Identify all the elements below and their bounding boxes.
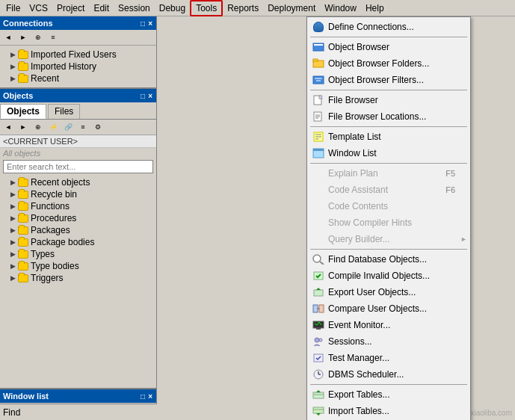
tab-files[interactable]: Files [48, 104, 80, 119]
object-browser-filters-icon [312, 74, 325, 86]
menu-object-browser-filters[interactable]: Object Browser Filters... [307, 72, 470, 88]
menu-edit[interactable]: Edit [89, 1, 114, 15]
tree-label-type-bodies: Type bodies [31, 261, 79, 271]
expand-functions[interactable]: ▶ [10, 203, 18, 210]
search-input[interactable] [3, 160, 153, 173]
menu-debug[interactable]: Debug [155, 1, 190, 15]
objects-icon-2[interactable]: × [147, 92, 153, 100]
expand-triggers[interactable]: ▶ [10, 274, 18, 282]
obj-btn-4[interactable]: ⚡ [46, 121, 60, 133]
expand-procedures[interactable]: ▶ [10, 214, 18, 222]
tree-item-recent[interactable]: ▶ Recent [0, 72, 156, 84]
conn-add-btn[interactable]: ⊕ [31, 31, 45, 43]
menu-query-builder: Query Builder... ► [307, 231, 470, 247]
menu-help[interactable]: Help [361, 1, 389, 15]
sep-1 [310, 37, 467, 37]
svg-rect-1 [314, 44, 323, 46]
obj-btn-6[interactable]: ≡ [76, 121, 90, 133]
folder-icon-triggers [18, 274, 28, 282]
objects-icon-1[interactable]: □ [140, 92, 146, 100]
menu-find-db-objects[interactable]: Find Database Objects... [307, 251, 470, 268]
expand-package-bodies[interactable]: ▶ [10, 238, 18, 246]
menu-window-list[interactable]: Window List [307, 145, 470, 161]
connections-icon-2[interactable]: × [147, 19, 153, 28]
window-list-title: Window list [3, 392, 49, 401]
objects-tab-bar: Objects Files [0, 102, 156, 120]
connections-tree: ▶ Imported Fixed Users ▶ Imported Histor… [0, 46, 156, 87]
tree-item-procedures[interactable]: ▶ Procedures [0, 212, 156, 224]
folder-icon-package-bodies [18, 238, 28, 247]
file-browser-icon [312, 94, 325, 106]
sep-4 [310, 163, 467, 164]
sep-3 [310, 126, 467, 127]
tree-item-packages[interactable]: ▶ Packages [0, 224, 156, 236]
expand-type-bodies[interactable]: ▶ [10, 262, 18, 270]
tree-item-functions[interactable]: ▶ Functions [0, 200, 156, 212]
tree-item-triggers[interactable]: ▶ Triggers [0, 272, 156, 284]
define-connections-icon [312, 21, 325, 33]
expand-recent[interactable]: ▶ [10, 75, 18, 82]
menu-vcs[interactable]: VCS [25, 1, 52, 15]
tree-item-recycle-bin[interactable]: ▶ Recycle bin [0, 188, 156, 200]
expand-types[interactable]: ▶ [10, 250, 18, 258]
expand-recent-objects[interactable]: ▶ [10, 179, 18, 186]
sep-5 [310, 249, 467, 250]
import-tables-icon [312, 405, 325, 417]
menu-file-browser-locations[interactable]: File Browser Locations... [307, 108, 470, 125]
expand-packages[interactable]: ▶ [10, 226, 18, 234]
window-list-icon-1[interactable]: □ [140, 392, 146, 401]
menu-project[interactable]: Project [52, 1, 89, 15]
menu-event-monitor[interactable]: Event Monitor... [307, 317, 470, 333]
find-label: Find [3, 407, 20, 418]
obj-btn-3[interactable]: ⊕ [31, 121, 45, 133]
tree-item-imported-fixed[interactable]: ▶ Imported Fixed Users [0, 49, 156, 61]
folder-icon-imported-fixed [18, 51, 28, 59]
menu-export-user-objects[interactable]: Export User Objects... [307, 284, 470, 300]
menu-export-tables[interactable]: Export Tables... [307, 386, 470, 403]
menu-sessions[interactable]: Sessions... [307, 333, 470, 350]
menu-import-tables[interactable]: Import Tables... [307, 403, 470, 419]
menu-deployment[interactable]: Deployment [263, 1, 320, 15]
obj-btn-7[interactable]: ⚙ [91, 121, 105, 133]
menu-tools[interactable]: Tools [190, 0, 223, 16]
menu-object-browser[interactable]: Object Browser [307, 39, 470, 55]
menu-session[interactable]: Session [114, 1, 155, 15]
menu-template-list[interactable]: Template List [307, 129, 470, 145]
find-db-objects-icon [312, 253, 325, 265]
menu-window[interactable]: Window [320, 1, 361, 15]
conn-back-btn[interactable]: ◄ [1, 31, 15, 43]
menu-label-template-list: Template List [328, 132, 381, 142]
menu-dbms-scheduler[interactable]: DBMS Scheduler... [307, 366, 470, 383]
connections-icon-1[interactable]: □ [140, 19, 146, 28]
menu-label-code-contents: Code Contents [328, 201, 388, 211]
obj-btn-2[interactable]: ► [16, 121, 30, 133]
tree-item-recent-objects[interactable]: ▶ Recent objects [0, 176, 156, 188]
tree-item-type-bodies[interactable]: ▶ Type bodies [0, 260, 156, 272]
menu-compile-invalid[interactable]: Compile Invalid Objects... [307, 268, 470, 284]
conn-fwd-btn[interactable]: ► [16, 31, 30, 43]
menu-test-manager[interactable]: Test Manager... [307, 350, 470, 366]
conn-menu-btn[interactable]: ≡ [46, 31, 60, 43]
obj-btn-1[interactable]: ◄ [1, 121, 15, 133]
menu-object-browser-folders[interactable]: Object Browser Folders... [307, 55, 470, 72]
tree-item-imported-history[interactable]: ▶ Imported History [0, 61, 156, 72]
expand-recycle-bin[interactable]: ▶ [10, 191, 18, 198]
menu-file[interactable]: File [1, 1, 25, 15]
tab-objects[interactable]: Objects [0, 104, 46, 119]
window-list-icon-2[interactable]: × [147, 392, 153, 401]
menu-define-connections[interactable]: Define Connections... [307, 19, 470, 35]
expand-imported-fixed[interactable]: ▶ [10, 51, 18, 58]
menu-label-find-db-objects: Find Database Objects... [328, 254, 427, 265]
tree-label-procedures: Procedures [31, 213, 76, 223]
connections-toolbar: ◄ ► ⊕ ≡ [0, 30, 156, 46]
tree-item-types[interactable]: ▶ Types [0, 248, 156, 260]
tree-item-package-bodies[interactable]: ▶ Package bodies [0, 236, 156, 248]
obj-btn-5[interactable]: 🔗 [61, 121, 75, 133]
tree-label-types: Types [31, 249, 55, 259]
explain-plan-shortcut: F5 [431, 169, 455, 178]
tree-label-imported-history: Imported History [31, 61, 96, 72]
menu-compare-user-objects[interactable]: Compare User Objects... [307, 300, 470, 317]
expand-imported-history[interactable]: ▶ [10, 63, 18, 70]
menu-reports[interactable]: Reports [223, 1, 263, 15]
menu-file-browser[interactable]: File Browser [307, 92, 470, 108]
